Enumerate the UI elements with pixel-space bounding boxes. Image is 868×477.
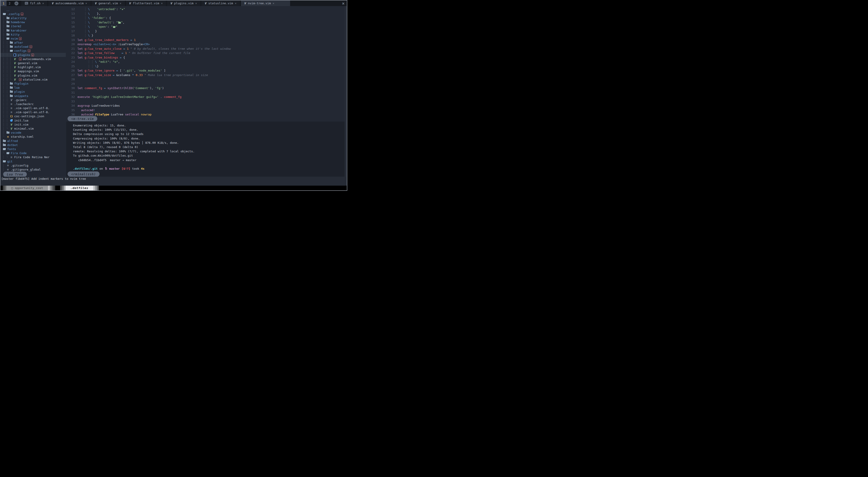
- tree-item-plugins[interactable]: │ │ │ plugins+: [0, 53, 66, 57]
- tab-plugins.vim[interactable]: Vplugins.vim×: [167, 0, 200, 6]
- tree-item-nvim[interactable]: │ nvim+: [0, 36, 66, 40]
- tree-item-label: ftplugin: [14, 82, 28, 85]
- tree-item-Fira Code Retina Ner[interactable]: │ └ ≡Fira Code Retina Ner: [0, 155, 66, 159]
- code-token: │: [78, 16, 88, 20]
- tab-close-icon[interactable]: ×: [85, 2, 87, 5]
- tree-item-karabiner[interactable]: │ karabiner: [0, 28, 66, 32]
- tree-item-configs[interactable]: │ │ configs+: [0, 49, 66, 53]
- tree-item-minimal.vim[interactable]: │ └ Vminimal.vim: [0, 127, 66, 131]
- segment-fade-block: [95, 185, 97, 190]
- tab-close-icon[interactable]: ×: [161, 2, 163, 5]
- folder-icon: [6, 21, 9, 23]
- gear-icon: ⚙: [6, 164, 10, 167]
- code-token: 'open': [97, 25, 107, 28]
- tree-item-Fira Code[interactable]: └ Fira Code: [0, 151, 66, 155]
- code-token: \: [88, 25, 90, 28]
- tree-item-autoload[interactable]: │ │ autoload+: [0, 45, 66, 49]
- terminal-pane[interactable]: Enumerating objects: 15, done.Counting o…: [66, 122, 345, 177]
- tree-item-init.vim[interactable]: │ │ Vinit.vim: [0, 123, 66, 127]
- tree-item-label: .gitconfig: [11, 164, 28, 167]
- git-branch-icon: [105, 167, 107, 170]
- git-new-badge: +: [19, 37, 22, 40]
- line-number: 27: [66, 73, 78, 77]
- tree-item-iterm2[interactable]: │ iterm2: [0, 24, 66, 28]
- tree-item-after[interactable]: │ │ after: [0, 41, 66, 45]
- code-token: ,: [134, 69, 137, 72]
- editor-buffer[interactable]: 12 │ \ 'untracked': "★"13 │ \ },14 │ \ '…: [66, 6, 347, 122]
- nvim-tree-panel[interactable]: ...config+│ alacritty│ homebrew│ iterm2│…: [0, 6, 66, 177]
- tree-item-alfred[interactable]: alfred: [0, 139, 66, 143]
- close-icon[interactable]: ×: [342, 0, 345, 6]
- vim-file-icon: V: [14, 61, 16, 65]
- tree-item-alacritty[interactable]: │ alacritty: [0, 16, 66, 20]
- tree-item-starship.toml[interactable]: └ ⚙starship.toml: [0, 135, 66, 139]
- tmux-window-number[interactable]: 1: [0, 0, 6, 6]
- tree-item-general.vim[interactable]: │ │ │ Vgeneral.vim: [0, 61, 66, 65]
- gear-icon: ⚙: [7, 164, 9, 167]
- tmux-window-opportunity_cost[interactable]: □ opportunity_cost: [3, 185, 55, 190]
- vim-icon: V: [244, 2, 246, 5]
- code-line: 24 │ │ \ "edit": "o",: [66, 60, 347, 64]
- tree-item-.gitignore_global[interactable]: │ ≡.gitignore_global: [0, 167, 66, 171]
- tab-general.vim[interactable]: Vgeneral.vim×: [92, 0, 125, 6]
- text-file-icon: ≡: [10, 110, 13, 114]
- code-token: comment_fg: [85, 87, 104, 90]
- tree-item-highlight.vim[interactable]: │ │ │ Vhighlight.vim: [0, 65, 66, 69]
- vim-file-icon: V: [13, 57, 17, 61]
- tab-close-icon[interactable]: ×: [235, 2, 237, 5]
- code-token: autocmd: [81, 113, 95, 116]
- tree-item-init.lua[interactable]: │ │ init.lua: [0, 118, 66, 123]
- indent-guide: │ │ │: [3, 57, 13, 61]
- tree-item-.gitconfig[interactable]: │ ⚙.gitconfig: [0, 163, 66, 167]
- terminal-line: .dotfiles/.git on master [$!?] took 4s: [73, 167, 345, 171]
- tmux-window-dotfiles[interactable]: .dotfiles: [60, 185, 99, 190]
- tab-statusline.vim[interactable]: Vstatusline.vim×: [202, 0, 240, 6]
- git-new-badge: +: [30, 45, 32, 48]
- code-token: [78, 113, 81, 116]
- tree-item-ftplugin[interactable]: │ │ ftplugin: [0, 81, 66, 86]
- tab-close-icon[interactable]: ×: [42, 2, 44, 5]
- tab-fluttertest.vim[interactable]: Vfluttertest.vim×: [126, 0, 166, 6]
- tree-item-plugins.vim[interactable]: │ │ │ Vplugins.vim: [0, 73, 66, 77]
- tree-item-plugin[interactable]: │ │ plugin: [0, 90, 66, 94]
- gear-icon: ⚙: [6, 135, 10, 138]
- vim-icon: V: [205, 2, 207, 5]
- code-text: │ \ 'default': "",: [78, 21, 125, 24]
- tab-close-icon[interactable]: ×: [195, 2, 197, 5]
- tree-item-snippets[interactable]: │ │ snippets: [0, 94, 66, 98]
- tree-item-fonts[interactable]: fonts: [0, 147, 66, 151]
- folder-icon: [10, 42, 13, 44]
- tab-close-icon[interactable]: ×: [120, 2, 121, 5]
- tree-item-vscode[interactable]: │ vscode: [0, 131, 66, 135]
- back-arrow-icon[interactable]: ←: [14, 1, 19, 5]
- tree-item-.luacheckrc[interactable]: │ │ ≡.luacheckrc: [0, 102, 66, 106]
- tree-item-kitty[interactable]: │ kitty: [0, 32, 66, 36]
- indent-guide: │ └: [3, 156, 10, 159]
- tree-item-homebrew[interactable]: │ homebrew: [0, 20, 66, 24]
- tree-item-label: after: [14, 41, 23, 44]
- tree-item-mappings.vim[interactable]: │ │ │ Vmappings.vim: [0, 69, 66, 73]
- tab-close-icon[interactable]: ×: [273, 2, 274, 5]
- code-text: let g:lua_tree_ignore = [ '.git', 'node_…: [78, 69, 165, 72]
- tree-item-..[interactable]: ..: [0, 8, 66, 12]
- tree-item-lua[interactable]: │ │ lua: [0, 86, 66, 90]
- indent-guide: │ │: [3, 123, 10, 126]
- tree-item-.gvimrc[interactable]: │ │ V.gvimrc: [0, 98, 66, 102]
- tree-item-autocommands.vim[interactable]: │ │ │ V+autocommands.vim: [0, 57, 66, 61]
- tree-item-.vim-spell-en.utf-8.[interactable]: │ │ ≡.vim-spell-en.utf-8.: [0, 106, 66, 110]
- tab-autocommands.vim[interactable]: Vautocommands.vim×: [49, 0, 90, 6]
- tree-item-git[interactable]: git: [0, 159, 66, 163]
- tree-item-statusline.vim[interactable]: │ │ └ V+statusline.vim: [0, 77, 66, 81]
- line-number: 36: [66, 113, 78, 116]
- tree-item-.config[interactable]: .config+: [0, 12, 66, 16]
- tmux-window-number[interactable]: 2: [6, 0, 12, 6]
- code-token: \: [88, 12, 90, 15]
- tree-item-.vim-spell-en.utf-8.[interactable]: │ │ ≡.vim-spell-en.utf-8.: [0, 110, 66, 114]
- tab-nvim-tree.vim[interactable]: Vnvim-tree.vim×: [241, 0, 290, 6]
- tree-item-dotbot[interactable]: dotbot: [0, 143, 66, 147]
- line-number: 22: [66, 51, 78, 55]
- code-token: \: [95, 60, 99, 63]
- tree-item-coc-settings.json[interactable]: │ │ {}coc-settings.json: [0, 114, 66, 118]
- folder-open-icon: [3, 13, 6, 15]
- tab-fzf.sh[interactable]: >_fzf.sh×: [21, 0, 47, 6]
